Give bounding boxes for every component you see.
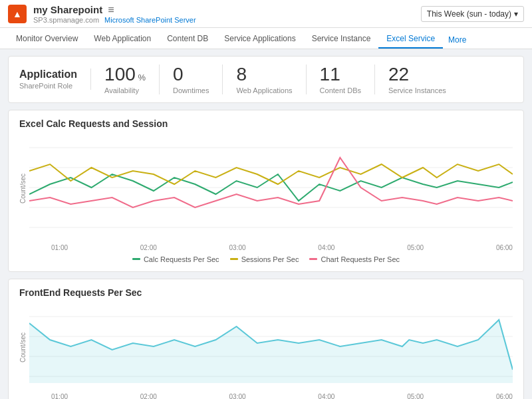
- legend-sessions-dot: [230, 258, 238, 260]
- date-range-label: This Week (sun - today): [427, 9, 511, 19]
- chart1-x-labels: 01:00 02:00 03:00 04:00 05:00 06:00: [39, 244, 513, 251]
- app-logo: ▲: [8, 5, 27, 23]
- legend-chart-dot: [309, 258, 317, 260]
- more-tabs-button[interactable]: More: [443, 31, 471, 49]
- tab-monitor-overview[interactable]: Monitor Overview: [8, 30, 86, 49]
- nav-tabs: Monitor Overview Web Application Content…: [0, 28, 532, 49]
- stat-availability-unit: %: [138, 72, 146, 82]
- stat-service-instances: 22 Service Instances: [375, 65, 460, 94]
- chart-frontend-requests: FrontEnd Requests Per Sec Count/sec: [8, 279, 524, 399]
- header: ▲ my Sharepoint ≡ SP3.spmanage.com Micro…: [0, 0, 532, 28]
- chart-calc-requests: Excel Calc Requests and Session Count/se…: [8, 110, 524, 272]
- chart1-svg-container: [29, 134, 513, 243]
- legend-calc-dot: [132, 258, 140, 260]
- product-label: Microsoft SharePoint Server: [104, 16, 196, 24]
- stat-downtimes-value: 0: [173, 65, 209, 85]
- tab-service-instance[interactable]: Service Instance: [304, 30, 379, 49]
- stat-web-applications-value: 8: [236, 65, 292, 85]
- chart1-title: Excel Calc Requests and Session: [19, 118, 513, 129]
- stat-availability-value: 100: [104, 64, 136, 84]
- dropdown-arrow-icon[interactable]: ▾: [514, 9, 518, 19]
- tab-excel-service[interactable]: Excel Service: [378, 30, 443, 49]
- stat-content-dbs-value: 11: [320, 65, 361, 85]
- chart1-y-label: Count/sec: [19, 174, 27, 203]
- stats-bar: Application SharePoint Role 100 % Availa…: [8, 56, 524, 103]
- stat-application: Application SharePoint Role: [19, 68, 91, 90]
- chart2-title: FrontEnd Requests Per Sec: [19, 287, 513, 298]
- date-range-selector[interactable]: This Week (sun - today) ▾: [421, 6, 524, 22]
- chart2-svg: [29, 303, 513, 390]
- chart1-area: Count/sec: [19, 134, 513, 263]
- header-left: ▲ my Sharepoint ≡ SP3.spmanage.com Micro…: [8, 4, 196, 24]
- stat-content-dbs: 11 Content DBs: [307, 65, 375, 94]
- stat-content-dbs-label: Content DBs: [320, 86, 361, 94]
- legend-chart-requests: Chart Requests Per Sec: [309, 255, 400, 263]
- chart1-svg: [29, 134, 513, 241]
- stat-service-instances-label: Service Instances: [388, 86, 446, 94]
- stat-web-applications: 8 Web Applications: [223, 65, 306, 94]
- chart2-svg-container: [29, 303, 513, 392]
- legend-sessions: Sessions Per Sec: [230, 255, 299, 263]
- chart1-legend: Calc Requests Per Sec Sessions Per Sec C…: [19, 255, 513, 263]
- tab-content-db[interactable]: Content DB: [159, 30, 216, 49]
- chart2-y-label: Count/sec: [19, 332, 27, 362]
- tab-web-application[interactable]: Web Application: [86, 30, 159, 49]
- stat-application-title: Application: [19, 68, 77, 80]
- stat-downtimes: 0 Downtimes: [160, 65, 223, 94]
- header-meta: my Sharepoint ≡ SP3.spmanage.com Microso…: [33, 4, 196, 24]
- stat-downtimes-label: Downtimes: [173, 86, 209, 94]
- stat-application-subtitle: SharePoint Role: [19, 82, 77, 90]
- stat-availability-label: Availability: [104, 86, 146, 94]
- tab-service-applications[interactable]: Service Applications: [216, 30, 303, 49]
- app-name: my Sharepoint: [33, 4, 102, 15]
- chart2-fill: [29, 320, 513, 383]
- main-content: Application SharePoint Role 100 % Availa…: [0, 49, 532, 399]
- domain-label: SP3.spmanage.com: [33, 16, 99, 24]
- chart1-pink-line: [29, 158, 513, 207]
- stat-service-instances-value: 22: [388, 65, 446, 85]
- chart2-x-labels: 01:00 02:00 03:00 04:00 05:00 06:00: [39, 393, 513, 399]
- hamburger-icon[interactable]: ≡: [108, 4, 114, 16]
- legend-calc-requests: Calc Requests Per Sec: [132, 255, 219, 263]
- stat-web-applications-label: Web Applications: [236, 86, 292, 94]
- stat-availability: 100 % Availability: [91, 65, 160, 94]
- chart2-area: Count/sec: [19, 303, 513, 399]
